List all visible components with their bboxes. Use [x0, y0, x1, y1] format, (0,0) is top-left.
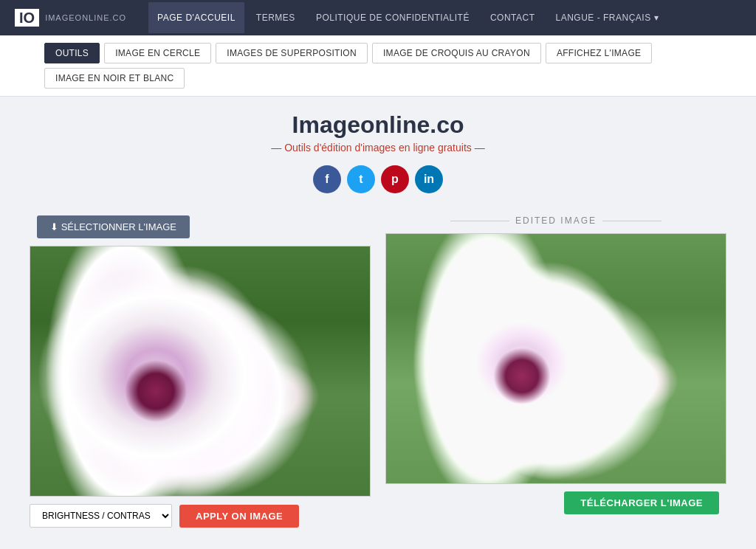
filter-select[interactable]: BRIGHTNESS / CONTRAS — [30, 504, 172, 528]
bottom-controls: BRIGHTNESS / CONTRAS APPLY ON IMAGE — [30, 504, 371, 528]
page-header: Imageonline.co Outils d'édition d'images… — [0, 97, 756, 215]
navbar: IO IMAGEONLINE.CO PAGE D'ACCUEIL TERMES … — [0, 0, 756, 35]
edited-image — [386, 234, 726, 483]
nav-language[interactable]: LANGUE - FRANÇAIS ▾ — [547, 2, 668, 33]
pinterest-icon[interactable]: p — [381, 165, 409, 193]
tool-noir-blanc[interactable]: IMAGE EN NOIR ET BLANC — [44, 68, 185, 89]
linkedin-icon[interactable]: in — [415, 165, 443, 193]
tool-cercle[interactable]: IMAGE EN CERCLE — [104, 43, 211, 63]
brand: IO IMAGEONLINE.CO — [15, 9, 126, 27]
edited-label: EDITED IMAGE — [385, 215, 726, 226]
nav-privacy[interactable]: POLITIQUE DE CONFIDENTIALITÉ — [307, 2, 478, 33]
nav-contact[interactable]: CONTACT — [481, 2, 544, 33]
left-panel: SÉLECTIONNER L'IMAGE BRIGHTNESS / CONTRA… — [30, 215, 371, 528]
select-image-button[interactable]: SÉLECTIONNER L'IMAGE — [37, 215, 190, 238]
source-image-container — [30, 246, 371, 497]
right-panel: EDITED IMAGE TÉLÉCHARGER L'IMAGE — [385, 215, 726, 528]
brand-text: IMAGEONLINE.CO — [45, 13, 126, 22]
nav-links: PAGE D'ACCUEIL TERMES POLITIQUE DE CONFI… — [148, 2, 741, 33]
source-image — [30, 246, 370, 496]
nav-terms[interactable]: TERMES — [247, 2, 304, 33]
toolbar: OUTILS IMAGE EN CERCLE IMAGES DE SUPERPO… — [0, 35, 756, 97]
logo-box: IO — [15, 9, 39, 27]
tool-afficher[interactable]: AFFICHEZ L'IMAGE — [546, 43, 652, 63]
tool-superposition[interactable]: IMAGES DE SUPERPOSITION — [216, 43, 368, 63]
twitter-icon[interactable]: t — [347, 165, 375, 193]
page-title: Imageonline.co — [15, 111, 741, 139]
apply-button[interactable]: APPLY ON IMAGE — [179, 505, 299, 528]
main-content: SÉLECTIONNER L'IMAGE BRIGHTNESS / CONTRA… — [0, 215, 756, 542]
download-button[interactable]: TÉLÉCHARGER L'IMAGE — [564, 491, 719, 514]
facebook-icon[interactable]: f — [313, 165, 341, 193]
tool-croquis[interactable]: IMAGE DE CROQUIS AU CRAYON — [372, 43, 541, 63]
tool-outils[interactable]: OUTILS — [44, 43, 100, 63]
edited-image-container — [385, 233, 726, 484]
social-bar: f t p in — [15, 165, 741, 193]
page-subtitle: Outils d'édition d'images en ligne gratu… — [15, 142, 741, 153]
nav-home[interactable]: PAGE D'ACCUEIL — [148, 2, 244, 33]
